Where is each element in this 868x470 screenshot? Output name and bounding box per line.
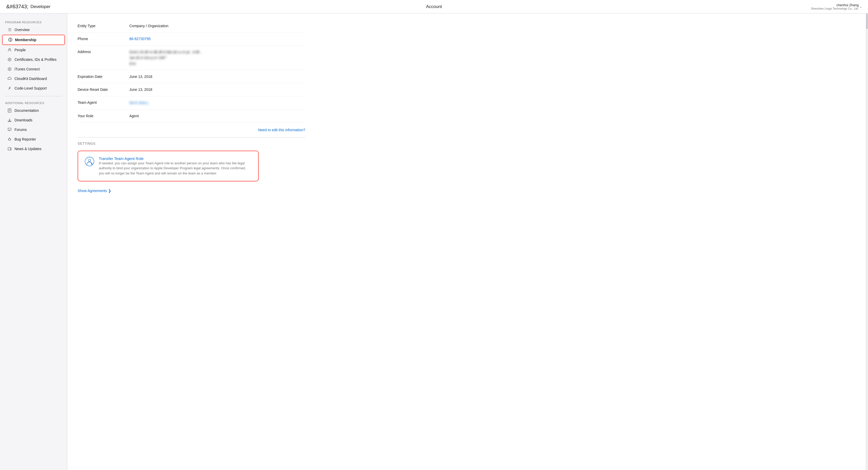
sidebar-item-overview[interactable]: ☰ Overview (2, 25, 65, 34)
sidebar-item-membership[interactable]: ⓘ Membership (2, 35, 65, 45)
forums-icon (7, 127, 12, 132)
svg-point-0 (9, 49, 10, 50)
sidebar-item-documentation[interactable]: Documentation (2, 106, 65, 115)
bug-icon (7, 137, 12, 142)
sidebar-label-news-updates: News & Updates (14, 147, 41, 151)
sidebar-label-code-support: Code-Level Support (14, 86, 47, 90)
your-role-row: Your Role Agent (78, 110, 305, 123)
user-menu[interactable]: chenhui Zhang Shenzhen Lingyi Technology… (811, 3, 862, 10)
sidebar-label-overview: Overview (14, 28, 30, 32)
sidebar-item-bug-reporter[interactable]: Bug Reporter (2, 135, 65, 144)
sidebar-item-news-updates[interactable]: News & Updates (2, 144, 65, 153)
svg-line-12 (10, 139, 11, 139)
user-name: chenhui Zhang (811, 3, 859, 7)
team-agent-value[interactable]: Sm'4 Jmm j (129, 100, 305, 106)
app-header: &#63743; Developer Account chenhui Zhang… (0, 0, 868, 13)
transfer-description: If needed, you can assign your Team Agen… (99, 161, 252, 176)
sidebar-item-cloudkit[interactable]: CloudKit Dashboard (2, 74, 65, 83)
phone-row: Phone 86-82730795 (78, 33, 305, 46)
asterisk-icon: ✗ (7, 86, 12, 91)
svg-point-1 (8, 58, 11, 61)
sidebar-label-itunes: iTunes Connect (14, 67, 40, 71)
sidebar-label-downloads: Downloads (14, 118, 32, 122)
sidebar-label-cloudkit: CloudKit Dashboard (14, 77, 47, 81)
sidebar-item-downloads[interactable]: Downloads (2, 115, 65, 125)
show-agreements-chevron-icon: ❯ (108, 189, 111, 193)
sidebar-label-people: People (14, 48, 26, 52)
show-agreements-label: Show Agreements (78, 189, 107, 193)
user-org: Shenzhen Lingyi Technology Co., Ltd. (811, 7, 859, 10)
chevron-down-icon: ⌄ (860, 5, 862, 8)
transfer-icon (84, 156, 95, 167)
download-icon (7, 118, 12, 122)
svg-point-3 (8, 67, 11, 71)
show-agreements-link[interactable]: Show Agreements ❯ (78, 184, 305, 197)
content-area: Entity Type Company / Organization Phone… (67, 13, 315, 203)
edit-link-container: Need to edit this information? (78, 123, 305, 137)
transfer-card-content: Transfer Team Agent Role If needed, you … (99, 156, 252, 176)
phone-value[interactable]: 86-82730795 (129, 36, 305, 42)
itunes-icon (7, 67, 12, 71)
info-circle-icon: ⓘ (8, 37, 12, 42)
news-icon (7, 146, 12, 151)
user-info: chenhui Zhang Shenzhen Lingyi Technology… (811, 3, 859, 10)
svg-line-11 (8, 139, 8, 139)
apple-logo-icon: &#63743; (6, 4, 28, 9)
entity-type-label: Entity Type (78, 23, 129, 28)
team-agent-row: Team Agent Sm'4 Jmm j (78, 96, 305, 110)
cloud-icon (7, 76, 12, 81)
list-icon: ☰ (7, 27, 12, 32)
certificate-icon (7, 57, 12, 62)
additional-resources-label: Additional Resources (0, 99, 67, 106)
address-label: Address (78, 49, 129, 54)
entity-type-value: Company / Organization (129, 23, 305, 29)
transfer-team-agent-card: Transfer Team Agent Role If needed, you … (78, 151, 259, 182)
expiration-date-row: Expiration Date June 13, 2018 (78, 70, 305, 83)
sidebar-item-people[interactable]: People (2, 45, 65, 55)
sidebar-label-forums: Forums (14, 127, 27, 132)
svg-point-4 (9, 68, 10, 69)
header-left: &#63743; Developer (6, 4, 51, 9)
svg-point-2 (9, 59, 10, 60)
sidebar-item-certificates[interactable]: Certificates, IDs & Profiles (2, 55, 65, 64)
phone-label: Phone (78, 36, 129, 41)
expiration-date-value: June 13, 2018 (129, 74, 305, 80)
scrollbar-track[interactable] (866, 13, 868, 470)
sidebar-item-forums[interactable]: Forums (2, 125, 65, 134)
entity-type-row: Entity Type Company / Organization (78, 20, 305, 33)
header-title: Account (426, 4, 442, 9)
address-row: Address Gm4 L'ik dh m db dh b tbd ub Lv … (78, 46, 305, 70)
transfer-title-link[interactable]: Transfer Team Agent Role (99, 156, 144, 161)
address-value: Gm4 L'ik dh m db dh b tbd ub Lv m pt . d… (129, 49, 305, 66)
main-content: Entity Type Company / Organization Phone… (67, 13, 868, 470)
app-layout: Program Resources ☰ Overview ⓘ Membershi… (0, 13, 868, 470)
device-reset-date-value: June 13, 2018 (129, 87, 305, 92)
doc-icon (7, 108, 12, 113)
edit-info-link[interactable]: Need to edit this information? (258, 128, 305, 132)
sidebar-label-documentation: Documentation (14, 109, 39, 113)
svg-point-16 (89, 159, 91, 161)
sidebar-label-membership: Membership (15, 38, 36, 42)
device-reset-date-row: Device Reset Date June 13, 2018 (78, 83, 305, 96)
device-reset-date-label: Device Reset Date (78, 87, 129, 92)
settings-header: Settings (78, 137, 305, 148)
sidebar-label-bug-reporter: Bug Reporter (14, 137, 36, 141)
your-role-label: Your Role (78, 113, 129, 118)
svg-point-9 (8, 139, 10, 141)
sidebar-divider (5, 96, 62, 96)
your-role-value: Agent (129, 113, 305, 119)
sidebar: Program Resources ☰ Overview ⓘ Membershi… (0, 13, 67, 470)
sidebar-item-itunes[interactable]: iTunes Connect (2, 64, 65, 74)
team-agent-label: Team Agent (78, 100, 129, 105)
program-resources-label: Program Resources (0, 19, 67, 25)
person-icon (7, 48, 12, 52)
sidebar-label-certificates: Certificates, IDs & Profiles (14, 57, 57, 62)
scrollbar-thumb[interactable] (866, 13, 868, 29)
header-brand: Developer (31, 4, 51, 9)
sidebar-item-code-support[interactable]: ✗ Code-Level Support (2, 84, 65, 93)
expiration-date-label: Expiration Date (78, 74, 129, 79)
